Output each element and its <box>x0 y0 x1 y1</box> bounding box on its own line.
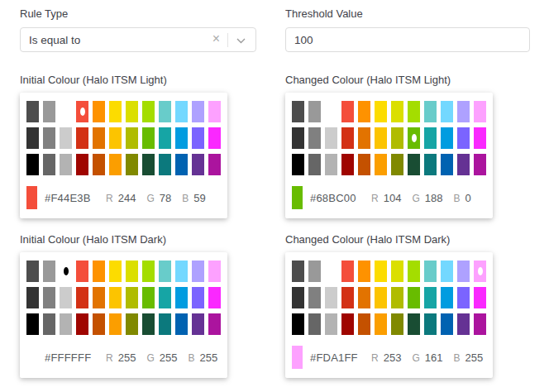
color-swatch[interactable] <box>109 287 122 308</box>
color-swatch[interactable] <box>441 127 453 149</box>
color-swatch[interactable] <box>474 127 486 149</box>
color-swatch[interactable] <box>292 287 304 308</box>
color-swatch[interactable] <box>76 313 88 335</box>
color-swatch[interactable] <box>341 261 354 282</box>
color-swatch[interactable] <box>142 287 155 308</box>
color-swatch[interactable] <box>408 154 420 175</box>
color-swatch[interactable] <box>308 287 321 308</box>
color-swatch[interactable] <box>308 101 321 122</box>
color-swatch[interactable] <box>208 261 221 282</box>
color-swatch[interactable] <box>457 287 470 308</box>
color-swatch[interactable] <box>43 127 55 149</box>
color-swatch[interactable] <box>126 261 138 282</box>
color-swatch[interactable] <box>76 101 88 122</box>
color-swatch[interactable] <box>375 313 387 335</box>
color-swatch[interactable] <box>109 154 122 175</box>
color-swatch[interactable] <box>175 101 188 122</box>
color-swatch[interactable] <box>441 261 453 282</box>
color-swatch[interactable] <box>325 127 337 149</box>
color-swatch[interactable] <box>192 287 204 308</box>
color-swatch[interactable] <box>26 313 39 335</box>
color-swatch[interactable] <box>457 127 470 149</box>
color-swatch[interactable] <box>26 154 39 175</box>
color-swatch[interactable] <box>408 287 420 308</box>
color-swatch[interactable] <box>76 261 88 282</box>
color-swatch[interactable] <box>43 287 55 308</box>
color-swatch[interactable] <box>358 261 370 282</box>
color-swatch[interactable] <box>358 287 370 308</box>
color-swatch[interactable] <box>109 313 122 335</box>
color-swatch[interactable] <box>441 313 453 335</box>
color-swatch[interactable] <box>358 127 370 149</box>
color-swatch[interactable] <box>26 127 39 149</box>
color-swatch[interactable] <box>308 127 321 149</box>
color-swatch[interactable] <box>292 313 304 335</box>
color-swatch[interactable] <box>126 313 138 335</box>
color-swatch[interactable] <box>60 313 72 335</box>
color-swatch[interactable] <box>325 261 337 282</box>
color-swatch[interactable] <box>159 101 171 122</box>
color-swatch[interactable] <box>325 287 337 308</box>
color-swatch[interactable] <box>175 313 188 335</box>
color-swatch[interactable] <box>126 154 138 175</box>
color-swatch[interactable] <box>308 261 321 282</box>
color-swatch[interactable] <box>341 154 354 175</box>
color-swatch[interactable] <box>474 313 486 335</box>
color-swatch[interactable] <box>192 261 204 282</box>
color-swatch[interactable] <box>76 287 88 308</box>
color-swatch[interactable] <box>159 287 171 308</box>
color-swatch[interactable] <box>474 287 486 308</box>
color-swatch[interactable] <box>208 313 221 335</box>
color-swatch[interactable] <box>391 313 403 335</box>
color-swatch[interactable] <box>341 287 354 308</box>
color-swatch[interactable] <box>391 154 403 175</box>
color-swatch[interactable] <box>109 101 122 122</box>
color-swatch[interactable] <box>424 261 437 282</box>
color-swatch[interactable] <box>375 101 387 122</box>
color-swatch[interactable] <box>93 287 105 308</box>
chevron-down-icon[interactable] <box>228 36 251 44</box>
color-swatch[interactable] <box>60 287 72 308</box>
color-swatch[interactable] <box>341 101 354 122</box>
threshold-input[interactable] <box>285 27 530 52</box>
color-swatch[interactable] <box>93 101 105 122</box>
color-swatch[interactable] <box>341 127 354 149</box>
color-swatch[interactable] <box>76 127 88 149</box>
color-swatch[interactable] <box>208 287 221 308</box>
color-swatch[interactable] <box>126 287 138 308</box>
rule-type-select[interactable]: Is equal to × <box>20 27 256 52</box>
color-swatch[interactable] <box>424 101 437 122</box>
color-swatch[interactable] <box>93 313 105 335</box>
color-swatch[interactable] <box>159 261 171 282</box>
color-swatch[interactable] <box>375 261 387 282</box>
color-swatch[interactable] <box>126 101 138 122</box>
color-swatch[interactable] <box>308 154 321 175</box>
color-swatch[interactable] <box>325 313 337 335</box>
color-swatch[interactable] <box>76 154 88 175</box>
color-swatch[interactable] <box>408 127 420 149</box>
color-swatch[interactable] <box>175 154 188 175</box>
color-swatch[interactable] <box>358 313 370 335</box>
color-swatch[interactable] <box>424 127 437 149</box>
color-swatch[interactable] <box>109 261 122 282</box>
color-swatch[interactable] <box>159 127 171 149</box>
color-swatch[interactable] <box>26 261 39 282</box>
color-swatch[interactable] <box>43 154 55 175</box>
color-swatch[interactable] <box>142 127 155 149</box>
color-swatch[interactable] <box>126 127 138 149</box>
color-swatch[interactable] <box>43 261 55 282</box>
color-swatch[interactable] <box>26 287 39 308</box>
color-swatch[interactable] <box>391 287 403 308</box>
color-swatch[interactable] <box>43 313 55 335</box>
color-swatch[interactable] <box>60 101 72 122</box>
color-swatch[interactable] <box>457 154 470 175</box>
color-swatch[interactable] <box>175 127 188 149</box>
color-swatch[interactable] <box>441 101 453 122</box>
color-swatch[interactable] <box>142 261 155 282</box>
color-swatch[interactable] <box>60 154 72 175</box>
color-swatch[interactable] <box>474 261 486 282</box>
color-swatch[interactable] <box>292 127 304 149</box>
color-swatch[interactable] <box>441 287 453 308</box>
color-swatch[interactable] <box>292 101 304 122</box>
color-swatch[interactable] <box>93 154 105 175</box>
